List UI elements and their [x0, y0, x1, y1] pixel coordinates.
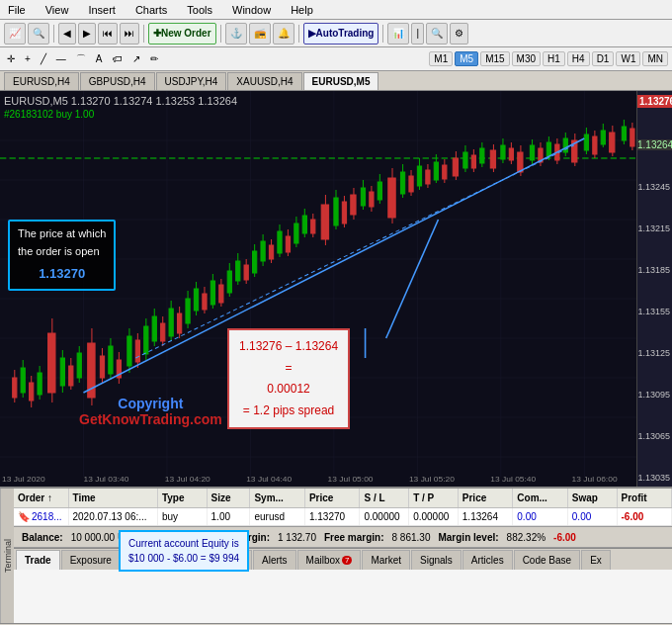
- svg-text:13 Jul 2020: 13 Jul 2020: [2, 475, 45, 484]
- open-price-value: 1.13270: [18, 264, 106, 285]
- tf-m30[interactable]: M30: [512, 51, 541, 66]
- hline-tool[interactable]: —: [53, 52, 69, 65]
- menu-bar: File View Insert Charts Tools Window Hel…: [0, 0, 672, 20]
- margin-level-label: Margin level:: [438, 532, 498, 543]
- svg-text:13 Jul 05:20: 13 Jul 05:20: [409, 475, 455, 484]
- table-body: 🔖 2618... 2020.07.13 06:... buy 1.00 eur…: [14, 508, 672, 526]
- chart-tab-usdjpy-h4[interactable]: USDJPY,H4: [156, 72, 227, 90]
- cell-time: 2020.07.13 06:...: [69, 508, 158, 525]
- bottom-tabs: Trade Exposure Account History News Aler…: [14, 548, 672, 570]
- menu-file[interactable]: File: [4, 2, 30, 18]
- status-bar: Balance: 10 000.00 USD Equity: 9 994.00 …: [14, 526, 672, 548]
- col-type: Type: [158, 489, 208, 507]
- equity-annotation: Current account Equity is$10 000 - $6.00…: [119, 530, 249, 572]
- tab-market[interactable]: Market: [362, 550, 410, 570]
- new-order-button[interactable]: ✚ New Order: [148, 23, 216, 45]
- crosshair-tool[interactable]: +: [22, 52, 34, 65]
- tf-mn[interactable]: MN: [642, 51, 668, 66]
- tab-exposure[interactable]: Exposure: [61, 550, 121, 570]
- pencil-tool[interactable]: ✏: [147, 52, 161, 65]
- cell-tp: 0.00000: [409, 508, 459, 525]
- open-price-annotation: The price at whichthe order is open 1.13…: [8, 220, 116, 291]
- free-margin-value: 8 861.30: [392, 532, 431, 543]
- col-swap: Swap: [568, 489, 618, 507]
- cell-order: 🔖 2618...: [14, 508, 69, 525]
- terminal-label[interactable]: Terminal: [0, 489, 14, 623]
- toolbar-misc2[interactable]: 📻: [249, 23, 271, 45]
- cell-sym: eurusd: [250, 508, 305, 525]
- new-order-label: New Order: [161, 28, 211, 39]
- text-tool[interactable]: A: [93, 52, 106, 65]
- tab-code-base[interactable]: Code Base: [514, 550, 580, 570]
- tf-m15[interactable]: M15: [480, 51, 509, 66]
- tf-h1[interactable]: H1: [543, 51, 565, 66]
- col-sym: Sym...: [250, 489, 305, 507]
- search-btn[interactable]: 🔍: [426, 23, 448, 45]
- tf-m5[interactable]: M5: [455, 51, 478, 66]
- tf-h4[interactable]: H4: [567, 51, 590, 66]
- menu-charts[interactable]: Charts: [131, 2, 171, 18]
- cell-profit: -6.00: [618, 508, 673, 525]
- label-tool[interactable]: 🏷: [110, 52, 126, 65]
- tab-signals[interactable]: Signals: [411, 550, 462, 570]
- mailbox-badge: 7: [342, 556, 352, 565]
- toolbar-sep2: [143, 25, 144, 43]
- config-btn[interactable]: ⚙: [450, 23, 468, 45]
- table-header: Order ↑ Time Type Size Sym... Price S / …: [14, 489, 672, 508]
- chart-tab-eurusd-h4[interactable]: EURUSD,H4: [4, 72, 79, 90]
- price-4: 1.13155: [637, 307, 672, 316]
- menu-help[interactable]: Help: [287, 2, 317, 18]
- auto-trading-button[interactable]: ▶ AutoTrading: [303, 23, 379, 45]
- cursor-tool[interactable]: ✛: [4, 52, 18, 65]
- menu-insert[interactable]: Insert: [84, 2, 120, 18]
- price-3: 1.13185: [637, 265, 672, 275]
- tf-m1[interactable]: M1: [429, 51, 453, 66]
- chart-option-btn[interactable]: 📊: [387, 23, 409, 45]
- price-current: 1.13264: [637, 139, 672, 150]
- spread-line4: = 1.2 pips spread: [239, 401, 338, 422]
- scroll-start-btn[interactable]: ⏮: [98, 23, 118, 45]
- price-5: 1.13125: [637, 348, 672, 358]
- tab-mailbox[interactable]: Mailbox7: [297, 550, 362, 570]
- tf-d1[interactable]: D1: [592, 51, 615, 66]
- equity-annotation-text: Current account Equity is$10 000 - $6.00…: [128, 536, 239, 566]
- toolbar-misc3[interactable]: 🔔: [273, 23, 294, 45]
- tab-ex[interactable]: Ex: [581, 550, 611, 570]
- arrow-tool[interactable]: ↗: [129, 52, 143, 65]
- toolbar-misc1[interactable]: ⚓: [225, 23, 247, 45]
- auto-trading-icon: ▶: [308, 28, 316, 39]
- col-price2: Price: [459, 489, 514, 507]
- svg-text:13 Jul 03:40: 13 Jul 03:40: [83, 475, 128, 484]
- svg-text:13 Jul 05:40: 13 Jul 05:40: [490, 475, 536, 484]
- tf-w1[interactable]: W1: [616, 51, 640, 66]
- tab-articles[interactable]: Articles: [462, 550, 513, 570]
- col-com: Com...: [513, 489, 568, 507]
- menu-view[interactable]: View: [42, 2, 73, 18]
- chart-tab-eurusd-m5[interactable]: EURUSD,M5: [303, 72, 379, 90]
- chart-tab-xauusd-h4[interactable]: XAUUSD,H4: [227, 72, 301, 90]
- toolbar-sep3: [220, 25, 221, 43]
- line-tool[interactable]: ╱: [38, 52, 49, 65]
- tab-alerts[interactable]: Alerts: [253, 550, 296, 570]
- new-chart-btn[interactable]: 📈: [4, 23, 26, 45]
- cell-price2: 1.13264: [459, 508, 514, 525]
- back-btn[interactable]: ◀: [58, 23, 76, 45]
- period-sep-btn[interactable]: |: [411, 23, 424, 45]
- tab-trade[interactable]: Trade: [16, 550, 60, 570]
- cell-swap: 0.00: [568, 508, 618, 525]
- cell-price: 1.13270: [305, 508, 361, 525]
- cell-sl: 0.00000: [360, 508, 409, 525]
- scroll-end-btn[interactable]: ⏭: [120, 23, 139, 45]
- col-sl: S / L: [360, 489, 409, 507]
- forward-btn[interactable]: ▶: [78, 23, 96, 45]
- terminal-panel: Terminal Order ↑ Time Type Size Sym... P…: [0, 487, 672, 623]
- zoom-in-btn[interactable]: 🔍: [28, 23, 49, 45]
- curve-tool[interactable]: ⌒: [73, 51, 89, 67]
- drawing-toolbar: ✛ + ╱ — ⌒ A 🏷 ↗ ✏ M1 M5 M15 M30 H1 H4 D1…: [0, 47, 672, 71]
- menu-window[interactable]: Window: [228, 2, 275, 18]
- menu-tools[interactable]: Tools: [183, 2, 216, 18]
- chart-area: EURUSD,M5 1.13270 1.13274 1.13253 1.1326…: [0, 91, 672, 487]
- profit-loss: -6.00: [553, 532, 576, 543]
- price-6: 1.13095: [637, 390, 672, 400]
- chart-tab-gbpusd-h4[interactable]: GBPUSD,H4: [80, 72, 155, 90]
